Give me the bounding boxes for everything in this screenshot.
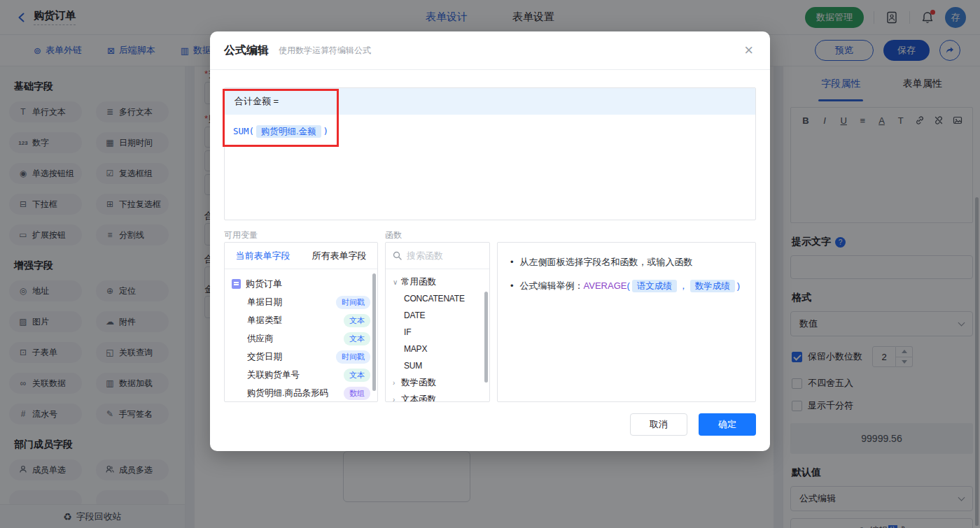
example-function: AVERAGE (584, 280, 627, 291)
function-group-common[interactable]: ∨常用函数 (386, 273, 489, 290)
modal-subtitle: 使用数学运算符编辑公式 (279, 45, 371, 57)
chevron-right-icon: › (393, 379, 401, 387)
functions-caption: 函数 (385, 229, 402, 241)
type-badge: 时间戳 (336, 296, 370, 309)
chevron-down-icon: ∨ (393, 278, 401, 286)
confirm-button[interactable]: 确定 (699, 413, 756, 436)
function-search-input[interactable] (407, 250, 477, 261)
variable-row[interactable]: 交货日期时间戳 (232, 348, 370, 366)
variable-row[interactable]: 供应商文本 (232, 329, 370, 348)
function-item[interactable]: DATE (386, 307, 489, 324)
variables-caption: 可用变量 (224, 229, 258, 241)
close-icon[interactable]: × (741, 41, 756, 59)
tip-line-1: 从左侧面板选择字段名和函数，或输入函数 (510, 255, 743, 269)
formula-expression[interactable]: SUM(购货明细.金额) (225, 115, 755, 149)
cancel-button[interactable]: 取消 (630, 413, 687, 436)
function-group-math[interactable]: ›数学函数 (386, 374, 489, 391)
form-doc-icon (232, 279, 241, 289)
variables-tree: 购货订单 单据日期时间戳 单据类型文本 供应商文本 交货日期时间戳 关联购货单号… (225, 269, 377, 402)
search-icon (393, 251, 402, 260)
modal-title: 公式编辑 (224, 43, 269, 58)
formula-target-row: 合计金额 = (225, 88, 755, 115)
example-field-chip: 数学成绩 (690, 280, 735, 292)
tab-all-form-fields[interactable]: 所有表单字段 (312, 250, 367, 262)
formula-function: SUM (233, 126, 249, 136)
function-group-text[interactable]: ›文本函数 (386, 391, 489, 402)
modal-header: 公式编辑 使用数学运算符编辑公式 × (210, 31, 770, 70)
tips-panel: 从左侧面板选择字段名和函数，或输入函数 公式编辑举例：AVERAGE(语文成绩，… (497, 242, 756, 402)
functions-scrollbar[interactable] (484, 292, 488, 383)
variable-row[interactable]: 单据日期时间戳 (232, 293, 370, 311)
functions-panel: ∨常用函数 CONCATENATE DATE IF MAPX SUM ›数学函数… (385, 242, 490, 402)
variable-row[interactable]: 单据类型文本 (232, 311, 370, 329)
type-badge: 数组 (344, 387, 370, 400)
variable-row[interactable]: 关联购货单号文本 (232, 366, 370, 384)
function-item[interactable]: IF (386, 324, 489, 341)
variables-scrollbar[interactable] (372, 273, 376, 391)
chevron-right-icon: › (393, 396, 401, 403)
formula-field-chip[interactable]: 购货明细.金额 (256, 125, 321, 138)
modal-footer: 取消 确定 (630, 413, 756, 436)
tree-root-form[interactable]: 购货订单 (232, 275, 370, 293)
app: 购货订单 表单设计 表单设置 数据管理 存 ⊚表单外链 ⊠后端脚本 ▥数据权 (0, 0, 980, 528)
variables-panel: 当前表单字段 所有表单字段 购货订单 单据日期时间戳 单据类型文本 供应商文本 … (224, 242, 378, 402)
function-search (386, 243, 489, 269)
tip-line-2: 公式编辑举例：AVERAGE(语文成绩，数学成绩) (510, 279, 743, 293)
type-badge: 时间戳 (336, 350, 370, 364)
function-item[interactable]: MAPX (386, 341, 489, 357)
type-badge: 文本 (344, 332, 370, 345)
variables-tabs: 当前表单字段 所有表单字段 (225, 243, 377, 269)
formula-editor[interactable]: 合计金额 = SUM(购货明细.金额) (224, 87, 756, 220)
formula-edit-modal: 公式编辑 使用数学运算符编辑公式 × 合计金额 = SUM(购货明细.金额) 可… (210, 31, 770, 451)
type-badge: 文本 (344, 369, 370, 382)
variable-row[interactable]: 购货明细.商品条形码数组 (232, 384, 370, 402)
function-item[interactable]: SUM (386, 357, 489, 374)
tab-current-form-fields[interactable]: 当前表单字段 (236, 250, 290, 262)
function-item[interactable]: CONCATENATE (386, 290, 489, 307)
function-list: ∨常用函数 CONCATENATE DATE IF MAPX SUM ›数学函数… (386, 269, 489, 402)
example-field-chip: 语文成绩 (632, 280, 677, 292)
type-badge: 文本 (344, 314, 370, 327)
